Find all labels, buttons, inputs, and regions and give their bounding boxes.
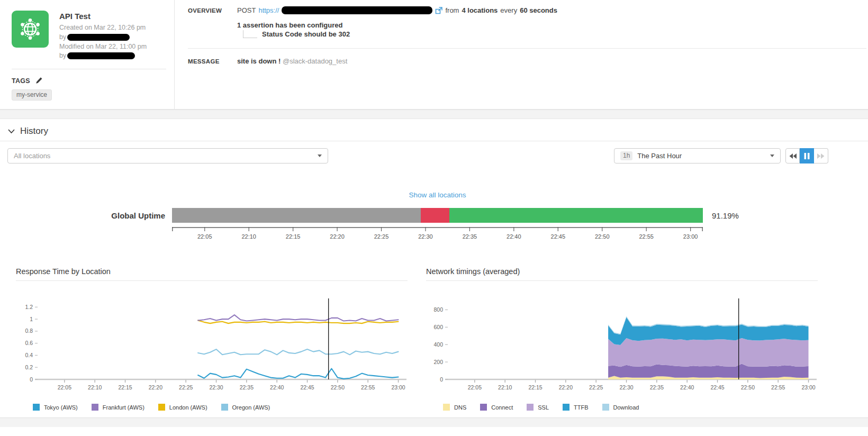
svg-text:22:10: 22:10 <box>88 384 102 390</box>
svg-text:22:05: 22:05 <box>468 384 482 390</box>
legend-item[interactable]: Download <box>602 404 639 411</box>
locations-filter-placeholder: All locations <box>14 152 50 160</box>
redacted-author-bar <box>67 52 135 59</box>
external-link-icon[interactable] <box>435 7 442 14</box>
page-bottom-edge <box>0 417 868 427</box>
global-uptime-label: Global Uptime <box>0 211 165 220</box>
legend-swatch <box>480 404 487 411</box>
tag-chip[interactable]: my-service <box>12 89 52 101</box>
tags-label: TAGS <box>12 77 30 85</box>
chart-title: Network timings (averaged) <box>426 267 818 281</box>
globe-network-glyph <box>18 17 42 41</box>
edit-pencil-icon[interactable] <box>35 77 43 85</box>
svg-text:22:15: 22:15 <box>528 384 542 390</box>
chart-title: Response Time by Location <box>16 267 408 281</box>
svg-text:22:20: 22:20 <box>149 384 162 390</box>
assertion-summary: 1 assertion has been configured <box>237 21 557 29</box>
history-collapse-header[interactable]: History <box>0 119 868 141</box>
network-timings-plot[interactable]: 22:0522:1022:1522:2022:2522:3022:3522:40… <box>426 290 818 403</box>
divider <box>12 69 166 69</box>
chevron-down-icon <box>770 155 774 157</box>
test-url-link[interactable]: https:// <box>258 6 279 14</box>
svg-text:22:45: 22:45 <box>551 233 566 240</box>
section-gap <box>0 110 868 119</box>
alert-message-mention: @slack-datadog_test <box>283 57 347 65</box>
svg-text:0.4: 0.4 <box>25 352 33 358</box>
modified-line: Modified on Mar 22, 11:00 pm <box>59 42 147 52</box>
svg-text:22:50: 22:50 <box>741 384 755 390</box>
legend-label: Oregon (AWS) <box>232 404 270 411</box>
svg-text:22:20: 22:20 <box>559 384 573 390</box>
test-title: API Test <box>59 12 147 21</box>
rewind-icon <box>789 153 797 159</box>
svg-text:0: 0 <box>30 376 33 383</box>
svg-text:22:25: 22:25 <box>179 384 193 390</box>
locations-filter-select[interactable]: All locations <box>7 148 328 164</box>
svg-text:0.2: 0.2 <box>25 364 33 370</box>
legend-label: Download <box>613 404 639 411</box>
svg-text:200: 200 <box>433 359 443 365</box>
legend-label: Frankfurt (AWS) <box>103 404 144 411</box>
show-all-locations-link[interactable]: Show all locations <box>409 191 466 199</box>
svg-text:22:20: 22:20 <box>330 233 345 240</box>
legend-swatch <box>563 404 569 411</box>
svg-text:23:00: 23:00 <box>391 384 405 390</box>
svg-text:600: 600 <box>433 324 443 330</box>
legend-label: Connect <box>491 404 513 411</box>
test-info-panel: API Test Created on Mar 22, 10:26 pm by … <box>0 0 175 109</box>
legend-item[interactable]: London (AWS) <box>158 404 207 411</box>
svg-text:22:15: 22:15 <box>286 233 301 240</box>
time-range-select[interactable]: 1h The Past Hour <box>614 148 781 164</box>
tags-list: my-service <box>12 89 165 101</box>
legend-item[interactable]: Oregon (AWS) <box>221 404 270 411</box>
svg-text:22:45: 22:45 <box>300 384 314 390</box>
uptime-segment-alert[interactable] <box>421 208 449 223</box>
history-section: History All locations 1h The Past Hour <box>0 119 868 427</box>
overview-label: OVERVIEW <box>188 6 237 38</box>
uptime-segment-no-data[interactable] <box>172 208 421 223</box>
global-uptime-bar[interactable] <box>172 208 703 223</box>
legend-swatch <box>158 404 165 411</box>
legend-item[interactable]: TTFB <box>563 404 589 411</box>
chart-legend: Tokyo (AWS)Frankfurt (AWS)London (AWS)Or… <box>33 404 408 411</box>
svg-text:22:40: 22:40 <box>270 384 284 390</box>
uptime-segment-ok[interactable] <box>449 208 703 223</box>
chevron-down-icon <box>7 128 15 134</box>
svg-text:22:40: 22:40 <box>680 384 694 390</box>
svg-text:22:25: 22:25 <box>374 233 389 240</box>
svg-text:22:05: 22:05 <box>58 384 71 390</box>
legend-swatch <box>221 404 228 411</box>
legend-item[interactable]: Frankfurt (AWS) <box>92 404 144 411</box>
fast-forward-icon <box>817 153 825 159</box>
svg-text:800: 800 <box>433 306 443 313</box>
chevron-down-icon <box>318 155 322 157</box>
legend-swatch <box>443 404 450 411</box>
message-label: MESSAGE <box>188 57 237 65</box>
from-text: from <box>445 6 459 14</box>
svg-text:22:40: 22:40 <box>507 233 521 240</box>
svg-text:22:55: 22:55 <box>361 384 375 390</box>
rewind-button[interactable] <box>785 148 800 164</box>
legend-item[interactable]: Tokyo (AWS) <box>33 404 78 411</box>
svg-text:22:30: 22:30 <box>619 384 633 390</box>
fast-forward-button[interactable] <box>814 148 828 164</box>
pause-button[interactable] <box>800 148 814 164</box>
api-test-icon <box>12 11 49 48</box>
response-time-plot[interactable]: 22:0522:1022:1522:2022:2522:3022:3522:40… <box>16 290 408 403</box>
legend-label: Tokyo (AWS) <box>44 404 78 411</box>
legend-item[interactable]: Connect <box>480 404 513 411</box>
created-line: Created on Mar 22, 10:26 pm <box>59 23 147 33</box>
redacted-author-bar <box>67 34 130 41</box>
svg-text:22:30: 22:30 <box>418 233 433 240</box>
chart-legend: DNSConnectSSLTTFBDownload <box>443 404 818 411</box>
uptime-time-axis: 22:0522:1022:1522:2022:2522:3022:3522:40… <box>172 227 703 241</box>
history-heading: History <box>20 126 48 137</box>
created-by-line: by <box>59 33 147 42</box>
svg-text:0.8: 0.8 <box>25 328 33 334</box>
test-summary-card: API Test Created on Mar 22, 10:26 pm by … <box>0 0 868 110</box>
redacted-url-bar <box>282 6 432 14</box>
legend-swatch <box>602 404 609 411</box>
assertion-detail: Status Code should be 302 <box>262 30 350 38</box>
legend-item[interactable]: DNS <box>443 404 466 411</box>
legend-item[interactable]: SSL <box>527 404 549 411</box>
